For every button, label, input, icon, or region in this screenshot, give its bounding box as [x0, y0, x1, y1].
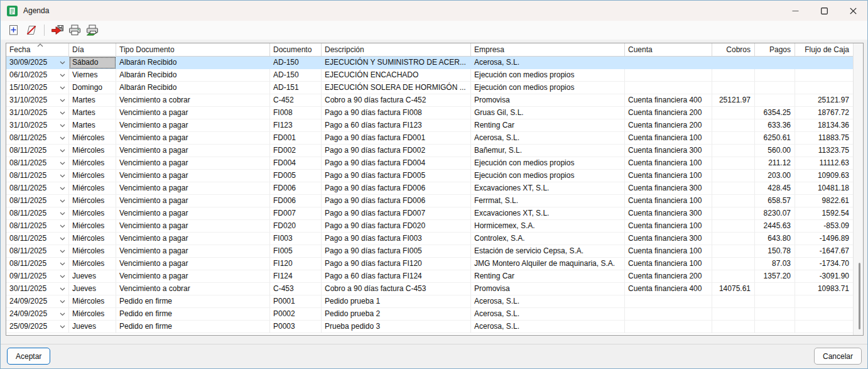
cell-descripcion[interactable]: Pago a 90 días factura FD001 — [322, 132, 471, 145]
cell-cuenta[interactable]: Cuenta financiera 100 — [625, 157, 712, 170]
cell-cobros[interactable]: 25121.97 — [712, 94, 755, 107]
cell-documento[interactable]: C-452 — [270, 94, 322, 107]
cell-flujo-de-caja[interactable]: 10481.18 — [795, 182, 853, 195]
cell-tipo-documento[interactable]: Vencimiento a pagar — [116, 195, 270, 207]
cell-cobros[interactable] — [712, 145, 755, 157]
cell-cuenta[interactable] — [625, 321, 712, 333]
cell-cobros[interactable] — [712, 182, 755, 195]
cell-pagos[interactable]: 87.03 — [755, 258, 795, 270]
accept-button[interactable]: Aceptar — [7, 348, 50, 365]
date-dropdown-icon[interactable] — [60, 61, 65, 65]
cell-pagos[interactable]: 658.57 — [755, 195, 795, 207]
cell-tipo-documento[interactable]: Vencimiento a pagar — [116, 132, 270, 145]
cell-dia[interactable]: Miércoles — [69, 145, 116, 157]
cell-tipo-documento[interactable]: Pedido en firme — [116, 295, 270, 308]
table-row[interactable]: 31/10/2025 Martes Vencimiento a pagar FI… — [6, 107, 853, 119]
column-header-pagos[interactable]: Pagos — [755, 43, 795, 56]
cell-dia[interactable]: Miércoles — [69, 157, 116, 170]
cell-cobros[interactable] — [712, 308, 755, 321]
cancel-button[interactable]: Cancelar — [814, 348, 862, 365]
cell-flujo-de-caja[interactable] — [795, 295, 853, 308]
cell-flujo-de-caja[interactable]: 11112.63 — [795, 157, 853, 170]
cell-fecha[interactable]: 31/10/2025 — [6, 119, 69, 132]
cell-fecha[interactable]: 24/09/2025 — [6, 295, 69, 308]
new-record-button[interactable] — [6, 23, 21, 38]
table-row[interactable]: 08/11/2025 Miércoles Vencimiento a pagar… — [6, 195, 853, 207]
cell-tipo-documento[interactable]: Vencimiento a pagar — [116, 270, 270, 283]
cell-documento[interactable]: P0003 — [270, 321, 322, 333]
cell-dia[interactable]: Martes — [69, 119, 116, 132]
cell-tipo-documento[interactable]: Vencimiento a cobrar — [116, 94, 270, 107]
cell-descripcion[interactable]: Pago a 90 días factura FI005 — [322, 245, 471, 258]
cell-cobros[interactable] — [712, 82, 755, 94]
cell-empresa[interactable]: Controlex, S.A. — [471, 233, 625, 245]
cell-pagos[interactable] — [755, 308, 795, 321]
cell-descripcion[interactable]: Pago a 60 días factura FI124 — [322, 270, 471, 283]
cell-descripcion[interactable]: Pago a 90 días factura FD006 — [322, 195, 471, 207]
cell-documento[interactable]: FD007 — [270, 207, 322, 220]
cell-tipo-documento[interactable]: Albarán Recibido — [116, 82, 270, 94]
cell-dia[interactable]: Jueves — [69, 270, 116, 283]
cell-pagos[interactable]: 8230.07 — [755, 207, 795, 220]
cell-documento[interactable]: FI123 — [270, 119, 322, 132]
cell-empresa[interactable]: Renting Car — [471, 119, 625, 132]
cell-fecha[interactable]: 25/09/2025 — [6, 321, 69, 333]
cell-pagos[interactable] — [755, 69, 795, 82]
cell-fecha[interactable]: 30/09/2025 — [6, 57, 69, 69]
cell-dia[interactable]: Miércoles — [69, 220, 116, 233]
cell-cuenta[interactable] — [625, 295, 712, 308]
cell-cobros[interactable] — [712, 220, 755, 233]
export-save-button[interactable] — [50, 23, 65, 38]
cell-empresa[interactable]: Ejecución con medios propios — [471, 157, 625, 170]
cell-tipo-documento[interactable]: Pedido en firme — [116, 308, 270, 321]
cell-flujo-de-caja[interactable]: 10909.63 — [795, 170, 853, 182]
cell-documento[interactable]: FD001 — [270, 132, 322, 145]
cell-cuenta[interactable]: Cuenta financiera 100 — [625, 195, 712, 207]
column-header-cuenta[interactable]: Cuenta — [625, 43, 712, 56]
cell-cobros[interactable] — [712, 195, 755, 207]
cell-descripcion[interactable]: Pago a 60 días factura FI123 — [322, 119, 471, 132]
cell-descripcion[interactable]: Pago a 90 días factura FD020 — [322, 220, 471, 233]
cell-fecha[interactable]: 06/10/2025 — [6, 69, 69, 82]
column-header-documento[interactable]: Documento — [270, 43, 322, 56]
cell-cuenta[interactable] — [625, 82, 712, 94]
cell-documento[interactable]: FI005 — [270, 245, 322, 258]
date-dropdown-icon[interactable] — [60, 124, 65, 128]
cell-flujo-de-caja[interactable]: 10983.71 — [795, 283, 853, 295]
cell-documento[interactable]: FD020 — [270, 220, 322, 233]
vertical-scrollbar[interactable] — [853, 43, 863, 335]
cell-descripcion[interactable]: Pago a 90 días factura FD007 — [322, 207, 471, 220]
cell-empresa[interactable]: JMG Montero Alquiler de maquinaria, S.A. — [471, 258, 625, 270]
cell-flujo-de-caja[interactable]: -1496.89 — [795, 233, 853, 245]
cell-flujo-de-caja[interactable]: -1734.70 — [795, 258, 853, 270]
cell-pagos[interactable]: 6354.25 — [755, 107, 795, 119]
cell-flujo-de-caja[interactable] — [795, 69, 853, 82]
cell-fecha[interactable]: 08/11/2025 — [6, 245, 69, 258]
cell-cuenta[interactable]: Cuenta financiera 400 — [625, 94, 712, 107]
cell-fecha[interactable]: 31/10/2025 — [6, 107, 69, 119]
date-dropdown-icon[interactable] — [60, 86, 65, 90]
cell-dia[interactable]: Miércoles — [69, 258, 116, 270]
column-header-cobros[interactable]: Cobros — [712, 43, 755, 56]
table-row[interactable]: 31/10/2025 Martes Vencimiento a cobrar C… — [6, 94, 853, 107]
cell-empresa[interactable]: Ejecución con medios propios — [471, 82, 625, 94]
cell-tipo-documento[interactable]: Vencimiento a pagar — [116, 220, 270, 233]
cell-pagos[interactable] — [755, 321, 795, 333]
date-dropdown-icon[interactable] — [60, 136, 65, 140]
cell-fecha[interactable]: 08/11/2025 — [6, 258, 69, 270]
table-row[interactable]: 08/11/2025 Miércoles Vencimiento a pagar… — [6, 132, 853, 145]
cell-empresa[interactable]: Acerosa, S.L. — [471, 57, 625, 69]
date-dropdown-icon[interactable] — [60, 325, 65, 329]
cell-empresa[interactable]: Ejecución con medios propios — [471, 170, 625, 182]
cell-descripcion[interactable]: Pago a 90 días factura FI003 — [322, 233, 471, 245]
cell-tipo-documento[interactable]: Vencimiento a pagar — [116, 107, 270, 119]
cell-empresa[interactable]: Acerosa, S.L. — [471, 295, 625, 308]
cell-flujo-de-caja[interactable]: 18767.72 — [795, 107, 853, 119]
cell-fecha[interactable]: 08/11/2025 — [6, 207, 69, 220]
cell-flujo-de-caja[interactable] — [795, 321, 853, 333]
date-dropdown-icon[interactable] — [60, 149, 65, 153]
cell-dia[interactable]: Domingo — [69, 82, 116, 94]
cell-documento[interactable]: AD-151 — [270, 82, 322, 94]
cell-cuenta[interactable]: Cuenta financiera 100 — [625, 245, 712, 258]
table-row[interactable]: 08/11/2025 Miércoles Vencimiento a pagar… — [6, 170, 853, 182]
